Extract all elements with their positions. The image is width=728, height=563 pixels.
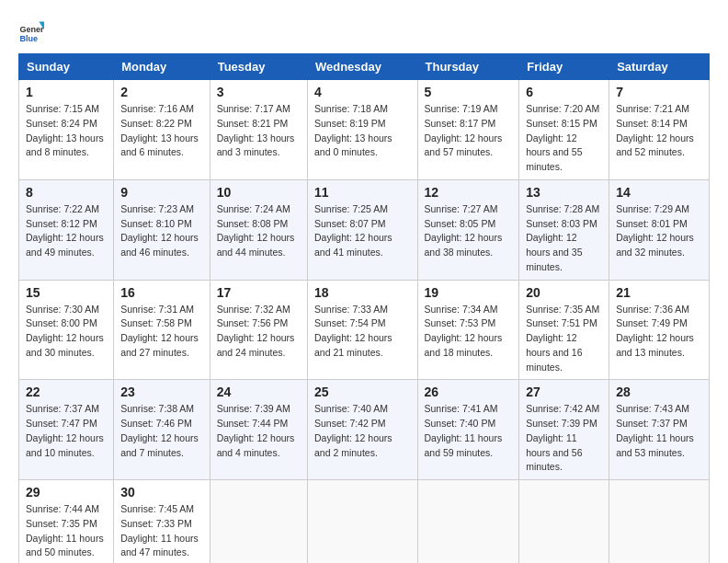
calendar-cell bbox=[519, 480, 609, 564]
calendar-cell: 21Sunrise: 7:36 AMSunset: 7:49 PMDayligh… bbox=[609, 280, 710, 380]
weekday-header-monday: Monday bbox=[114, 54, 210, 80]
calendar-cell: 24Sunrise: 7:39 AMSunset: 7:44 PMDayligh… bbox=[210, 380, 307, 480]
day-number: 23 bbox=[120, 385, 203, 399]
logo: General Blue bbox=[18, 18, 44, 44]
page-header: General Blue bbox=[18, 18, 710, 44]
calendar-cell: 27Sunrise: 7:42 AMSunset: 7:39 PMDayligh… bbox=[519, 380, 609, 480]
calendar-cell: 6Sunrise: 7:20 AMSunset: 8:15 PMDaylight… bbox=[519, 80, 609, 180]
day-info: Sunrise: 7:31 AMSunset: 7:58 PMDaylight:… bbox=[120, 303, 203, 361]
day-number: 14 bbox=[616, 185, 702, 200]
day-info: Sunrise: 7:38 AMSunset: 7:46 PMDaylight:… bbox=[120, 402, 203, 460]
day-number: 7 bbox=[616, 85, 702, 99]
day-number: 15 bbox=[26, 285, 107, 300]
day-info: Sunrise: 7:37 AMSunset: 7:47 PMDaylight:… bbox=[26, 402, 107, 460]
day-number: 21 bbox=[616, 285, 702, 300]
calendar-cell: 2Sunrise: 7:16 AMSunset: 8:22 PMDaylight… bbox=[114, 80, 210, 180]
calendar-cell: 15Sunrise: 7:30 AMSunset: 8:00 PMDayligh… bbox=[19, 280, 114, 380]
day-info: Sunrise: 7:17 AMSunset: 8:21 PMDaylight:… bbox=[217, 102, 301, 160]
weekday-header-saturday: Saturday bbox=[609, 54, 710, 80]
day-number: 13 bbox=[526, 185, 602, 200]
calendar-week-4: 22Sunrise: 7:37 AMSunset: 7:47 PMDayligh… bbox=[19, 380, 710, 480]
day-info: Sunrise: 7:45 AMSunset: 7:33 PMDaylight:… bbox=[120, 502, 203, 560]
calendar-cell: 18Sunrise: 7:33 AMSunset: 7:54 PMDayligh… bbox=[307, 280, 417, 380]
svg-text:General: General bbox=[19, 25, 44, 34]
day-number: 17 bbox=[217, 285, 301, 300]
day-number: 10 bbox=[217, 185, 301, 200]
calendar-week-3: 15Sunrise: 7:30 AMSunset: 8:00 PMDayligh… bbox=[19, 280, 710, 380]
day-info: Sunrise: 7:35 AMSunset: 7:51 PMDaylight:… bbox=[526, 303, 602, 375]
calendar-cell: 22Sunrise: 7:37 AMSunset: 7:47 PMDayligh… bbox=[19, 380, 114, 480]
calendar-cell bbox=[417, 480, 519, 564]
calendar-cell: 3Sunrise: 7:17 AMSunset: 8:21 PMDaylight… bbox=[210, 80, 307, 180]
day-info: Sunrise: 7:23 AMSunset: 8:10 PMDaylight:… bbox=[120, 202, 203, 260]
calendar-cell: 11Sunrise: 7:25 AMSunset: 8:07 PMDayligh… bbox=[307, 179, 417, 280]
day-number: 3 bbox=[217, 85, 301, 99]
calendar-cell: 5Sunrise: 7:19 AMSunset: 8:17 PMDaylight… bbox=[417, 80, 519, 180]
calendar-cell: 12Sunrise: 7:27 AMSunset: 8:05 PMDayligh… bbox=[417, 179, 519, 280]
calendar-cell: 26Sunrise: 7:41 AMSunset: 7:40 PMDayligh… bbox=[417, 380, 519, 480]
day-number: 4 bbox=[314, 85, 411, 99]
day-info: Sunrise: 7:36 AMSunset: 7:49 PMDaylight:… bbox=[616, 303, 702, 361]
day-info: Sunrise: 7:33 AMSunset: 7:54 PMDaylight:… bbox=[314, 303, 411, 361]
day-info: Sunrise: 7:18 AMSunset: 8:19 PMDaylight:… bbox=[314, 102, 411, 160]
day-info: Sunrise: 7:29 AMSunset: 8:01 PMDaylight:… bbox=[616, 202, 702, 260]
day-info: Sunrise: 7:22 AMSunset: 8:12 PMDaylight:… bbox=[26, 202, 107, 260]
day-number: 9 bbox=[120, 185, 203, 200]
day-number: 1 bbox=[26, 85, 107, 99]
day-info: Sunrise: 7:20 AMSunset: 8:15 PMDaylight:… bbox=[526, 102, 602, 175]
logo-icon: General Blue bbox=[18, 18, 44, 44]
day-number: 6 bbox=[526, 85, 602, 99]
weekday-header-thursday: Thursday bbox=[417, 54, 519, 80]
calendar-cell: 4Sunrise: 7:18 AMSunset: 8:19 PMDaylight… bbox=[307, 80, 417, 180]
calendar-cell: 13Sunrise: 7:28 AMSunset: 8:03 PMDayligh… bbox=[519, 179, 609, 280]
calendar-cell: 25Sunrise: 7:40 AMSunset: 7:42 PMDayligh… bbox=[307, 380, 417, 480]
day-number: 18 bbox=[314, 285, 411, 300]
day-info: Sunrise: 7:42 AMSunset: 7:39 PMDaylight:… bbox=[526, 402, 602, 475]
day-info: Sunrise: 7:15 AMSunset: 8:24 PMDaylight:… bbox=[26, 102, 107, 160]
calendar-table: SundayMondayTuesdayWednesdayThursdayFrid… bbox=[18, 53, 710, 563]
day-info: Sunrise: 7:32 AMSunset: 7:56 PMDaylight:… bbox=[217, 303, 301, 361]
calendar-cell bbox=[210, 480, 307, 564]
calendar-cell: 14Sunrise: 7:29 AMSunset: 8:01 PMDayligh… bbox=[609, 179, 710, 280]
day-info: Sunrise: 7:44 AMSunset: 7:35 PMDaylight:… bbox=[26, 502, 107, 560]
day-number: 26 bbox=[425, 385, 513, 399]
day-info: Sunrise: 7:41 AMSunset: 7:40 PMDaylight:… bbox=[425, 402, 513, 460]
day-info: Sunrise: 7:19 AMSunset: 8:17 PMDaylight:… bbox=[425, 102, 513, 160]
calendar-cell: 8Sunrise: 7:22 AMSunset: 8:12 PMDaylight… bbox=[19, 179, 114, 280]
day-number: 8 bbox=[26, 185, 107, 200]
calendar-week-5: 29Sunrise: 7:44 AMSunset: 7:35 PMDayligh… bbox=[19, 480, 710, 564]
calendar-cell: 16Sunrise: 7:31 AMSunset: 7:58 PMDayligh… bbox=[114, 280, 210, 380]
weekday-header-friday: Friday bbox=[519, 54, 609, 80]
calendar-cell: 17Sunrise: 7:32 AMSunset: 7:56 PMDayligh… bbox=[210, 280, 307, 380]
day-number: 12 bbox=[425, 185, 513, 200]
day-number: 28 bbox=[616, 385, 702, 399]
day-info: Sunrise: 7:16 AMSunset: 8:22 PMDaylight:… bbox=[120, 102, 203, 160]
day-info: Sunrise: 7:40 AMSunset: 7:42 PMDaylight:… bbox=[314, 402, 411, 460]
day-number: 25 bbox=[314, 385, 411, 399]
day-info: Sunrise: 7:30 AMSunset: 8:00 PMDaylight:… bbox=[26, 303, 107, 361]
calendar-cell: 7Sunrise: 7:21 AMSunset: 8:14 PMDaylight… bbox=[609, 80, 710, 180]
weekday-header-wednesday: Wednesday bbox=[307, 54, 417, 80]
calendar-week-1: 1Sunrise: 7:15 AMSunset: 8:24 PMDaylight… bbox=[19, 80, 710, 180]
day-number: 27 bbox=[526, 385, 602, 399]
calendar-body: 1Sunrise: 7:15 AMSunset: 8:24 PMDaylight… bbox=[19, 80, 710, 564]
day-number: 20 bbox=[526, 285, 602, 300]
calendar-cell bbox=[609, 480, 710, 564]
day-info: Sunrise: 7:39 AMSunset: 7:44 PMDaylight:… bbox=[217, 402, 301, 460]
calendar-cell bbox=[307, 480, 417, 564]
day-number: 2 bbox=[120, 85, 203, 99]
weekday-header-tuesday: Tuesday bbox=[210, 54, 307, 80]
day-info: Sunrise: 7:34 AMSunset: 7:53 PMDaylight:… bbox=[425, 303, 513, 361]
calendar-cell: 1Sunrise: 7:15 AMSunset: 8:24 PMDaylight… bbox=[19, 80, 114, 180]
day-number: 16 bbox=[120, 285, 203, 300]
calendar-cell: 19Sunrise: 7:34 AMSunset: 7:53 PMDayligh… bbox=[417, 280, 519, 380]
day-info: Sunrise: 7:24 AMSunset: 8:08 PMDaylight:… bbox=[217, 202, 301, 260]
calendar-cell: 9Sunrise: 7:23 AMSunset: 8:10 PMDaylight… bbox=[114, 179, 210, 280]
day-number: 11 bbox=[314, 185, 411, 200]
day-number: 22 bbox=[26, 385, 107, 399]
svg-text:Blue: Blue bbox=[19, 34, 38, 43]
day-number: 24 bbox=[217, 385, 301, 399]
calendar-cell: 20Sunrise: 7:35 AMSunset: 7:51 PMDayligh… bbox=[519, 280, 609, 380]
calendar-cell: 23Sunrise: 7:38 AMSunset: 7:46 PMDayligh… bbox=[114, 380, 210, 480]
calendar-cell: 10Sunrise: 7:24 AMSunset: 8:08 PMDayligh… bbox=[210, 179, 307, 280]
